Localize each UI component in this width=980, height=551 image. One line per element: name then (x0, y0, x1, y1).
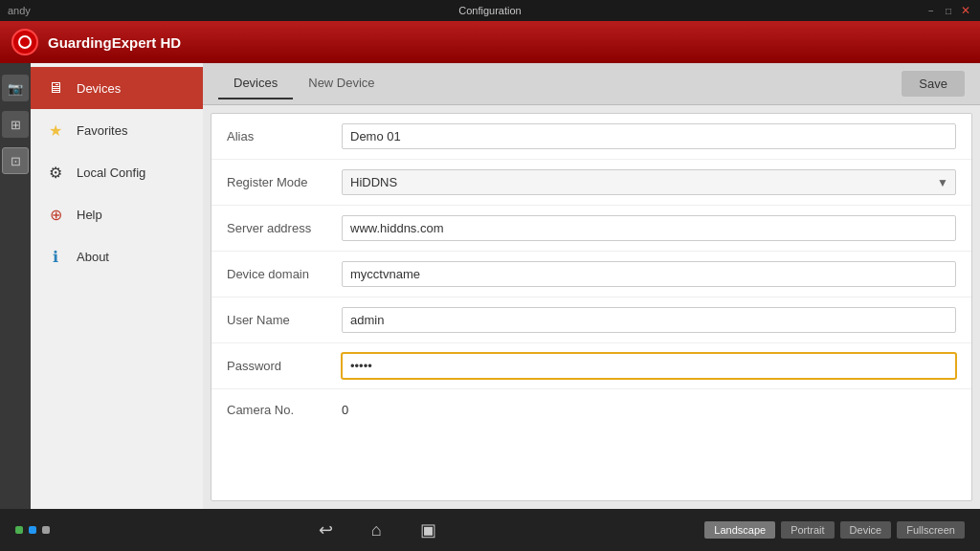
bottom-center-nav: ↩ ⌂ ▣ (319, 519, 436, 540)
title-bar-title: Configuration (458, 5, 521, 16)
config-header: Devices New Device Save (203, 63, 980, 105)
local-config-icon: ⚙ (44, 161, 67, 184)
form-row-camera-no: Camera No. 0 (212, 389, 971, 430)
sidebar-menu: 🖥 Devices ★ Favorites ⚙ Local Config ⊕ H… (31, 63, 203, 509)
tab-devices[interactable]: Devices (218, 68, 293, 99)
form-row-device-domain: Device domain (212, 252, 971, 298)
form-row-password: Password (212, 343, 971, 389)
sidebar-item-favorites[interactable]: ★ Favorites (31, 109, 203, 151)
device-button[interactable]: Device (840, 521, 892, 539)
app-container: GuardingExpert HD 📷 ⊞ ⊡ 🖥 Devices ★ Favo… (0, 21, 980, 551)
sidebar-label-favorites: Favorites (77, 123, 127, 138)
sidebar-label-local-config: Local Config (77, 165, 145, 180)
close-button[interactable]: ✕ (959, 4, 972, 17)
camera-no-label: Camera No. (227, 403, 342, 417)
bottom-right-controls: Landscape Portrait Device Fullscreen (704, 521, 965, 539)
title-bar: andy Configuration − □ ✕ (0, 0, 980, 21)
app-logo (11, 29, 38, 55)
tab-new-device[interactable]: New Device (293, 68, 390, 99)
register-mode-select[interactable]: HiDDNS IP/Domain IP Server Cloud P2P (342, 169, 956, 195)
server-address-input[interactable] (342, 215, 956, 241)
sidebar-item-about[interactable]: ℹ About (31, 235, 203, 277)
minimize-button[interactable]: − (924, 4, 938, 17)
save-button[interactable]: Save (902, 71, 965, 97)
register-mode-label: Register Mode (227, 175, 342, 189)
config-form: Alias Register Mode HiDDNS IP/Domain IP … (211, 113, 972, 501)
config-panel: Devices New Device Save Alias Register M… (203, 63, 980, 509)
bottom-left (15, 526, 50, 534)
fullscreen-button[interactable]: Fullscreen (897, 521, 965, 539)
form-row-register-mode: Register Mode HiDDNS IP/Domain IP Server… (212, 160, 971, 206)
device-domain-label: Device domain (227, 267, 342, 281)
sidebar-label-devices: Devices (77, 81, 121, 96)
sidebar-item-local-config[interactable]: ⚙ Local Config (31, 151, 203, 193)
username-label: User Name (227, 313, 342, 327)
camera-no-value: 0 (342, 403, 956, 417)
alias-input[interactable] (342, 123, 956, 149)
app-logo-inner (18, 35, 32, 49)
landscape-button[interactable]: Landscape (704, 521, 775, 539)
password-input[interactable] (342, 353, 956, 379)
indicator-green (15, 526, 23, 534)
sidebar-item-help[interactable]: ⊕ Help (31, 193, 203, 235)
app-header: GuardingExpert HD (0, 21, 980, 63)
about-icon: ℹ (44, 245, 67, 268)
form-row-username: User Name (212, 298, 971, 343)
server-address-label: Server address (227, 221, 342, 235)
register-mode-select-wrapper: HiDDNS IP/Domain IP Server Cloud P2P ▼ (342, 169, 956, 195)
title-bar-user: andy (8, 5, 31, 16)
left-panel: 📷 ⊞ ⊡ (0, 63, 31, 509)
help-icon: ⊕ (44, 203, 67, 226)
bottom-bar: ↩ ⌂ ▣ Landscape Portrait Device Fullscre… (0, 509, 980, 551)
username-input[interactable] (342, 307, 956, 333)
panel-icon-main[interactable]: 📷 (2, 75, 29, 101)
password-label: Password (227, 359, 342, 373)
device-domain-input[interactable] (342, 261, 956, 287)
main-content: 📷 ⊞ ⊡ 🖥 Devices ★ Favorites ⚙ Local Conf… (0, 63, 980, 509)
indicator-blue (29, 526, 36, 534)
app-title: GuardingExpert HD (48, 34, 181, 51)
form-row-server-address: Server address (212, 206, 971, 252)
alias-label: Alias (227, 129, 342, 143)
panel-icon-special[interactable]: ⊡ (2, 147, 29, 174)
home-nav-icon[interactable]: ⌂ (371, 520, 382, 540)
title-bar-controls: − □ ✕ (924, 4, 972, 17)
recents-nav-icon[interactable]: ▣ (420, 519, 436, 540)
sidebar-label-about: About (77, 250, 109, 264)
indicator-gray (42, 526, 50, 534)
maximize-button[interactable]: □ (942, 4, 955, 17)
sidebar-label-help: Help (77, 208, 102, 222)
panel-icon-grid[interactable]: ⊞ (2, 111, 29, 138)
sidebar-item-devices[interactable]: 🖥 Devices (31, 67, 203, 109)
back-nav-icon[interactable]: ↩ (319, 519, 333, 540)
form-row-alias: Alias (212, 114, 971, 160)
favorites-icon: ★ (44, 119, 67, 142)
devices-icon: 🖥 (44, 77, 67, 99)
portrait-button[interactable]: Portrait (781, 521, 834, 539)
